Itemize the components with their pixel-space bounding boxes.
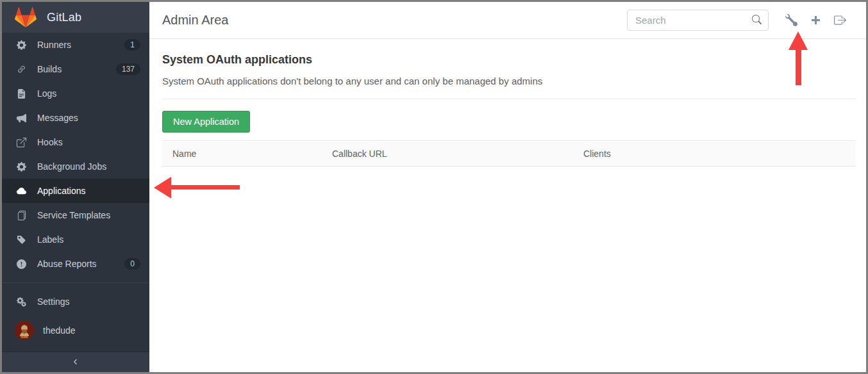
sidebar-item-runners[interactable]: Runners 1 bbox=[2, 33, 149, 57]
tag-icon bbox=[16, 234, 26, 245]
builds-count-badge: 137 bbox=[116, 63, 140, 75]
section-heading: System OAuth applications bbox=[162, 53, 855, 67]
megaphone-icon bbox=[16, 113, 26, 123]
abuse-reports-count-badge: 0 bbox=[124, 258, 140, 270]
admin-wrench-icon[interactable] bbox=[779, 8, 803, 33]
new-application-button[interactable]: New Application bbox=[162, 111, 250, 133]
content-area: System OAuth applications System OAuth a… bbox=[149, 39, 866, 167]
sidebar-item-abuse-reports[interactable]: Abuse Reports 0 bbox=[2, 252, 149, 276]
sidebar-item-label: Builds bbox=[37, 64, 116, 74]
search-box bbox=[627, 10, 769, 31]
admin-sidebar: GitLab Runners 1 Builds 137 bbox=[2, 2, 149, 372]
external-link-icon bbox=[16, 137, 26, 147]
sidebar-collapse-toggle[interactable] bbox=[2, 352, 149, 372]
column-header-callback-url: Callback URL bbox=[322, 149, 573, 159]
column-header-name: Name bbox=[162, 149, 322, 159]
sidebar-item-label: Logs bbox=[37, 88, 140, 99]
sidebar-item-applications[interactable]: Applications bbox=[2, 179, 149, 203]
sidebar-item-hooks[interactable]: Hooks bbox=[2, 130, 149, 154]
sidebar-item-messages[interactable]: Messages bbox=[2, 106, 149, 130]
gear-icon bbox=[16, 161, 26, 172]
column-header-clients: Clients bbox=[573, 149, 855, 159]
sidebar-divider bbox=[2, 282, 149, 283]
sidebar-item-background-jobs[interactable]: Background Jobs bbox=[2, 154, 149, 179]
annotation-arrow-left-shaft bbox=[169, 185, 240, 190]
sidebar-item-label: Applications bbox=[37, 186, 140, 196]
sidebar-item-label: Runners bbox=[37, 40, 124, 50]
sidebar-item-labels[interactable]: Labels bbox=[2, 227, 149, 252]
sidebar-item-label: Service Templates bbox=[37, 210, 140, 220]
avatar: dude bbox=[15, 321, 34, 340]
annotation-arrow-up-head bbox=[789, 31, 808, 50]
main-panel: Admin Area System OAuth applications Sys… bbox=[149, 2, 866, 372]
sidebar-item-label: Messages bbox=[37, 113, 140, 123]
new-plus-icon[interactable] bbox=[803, 8, 828, 33]
sidebar-item-label: Background Jobs bbox=[37, 161, 140, 172]
gear-icon bbox=[16, 40, 26, 50]
oauth-applications-table: Name Callback URL Clients bbox=[162, 140, 855, 167]
file-icon bbox=[16, 88, 26, 99]
admin-nav: Runners 1 Builds 137 Logs Me bbox=[2, 33, 149, 347]
top-header: Admin Area bbox=[149, 2, 866, 39]
svg-text:dude: dude bbox=[21, 335, 28, 339]
link-icon bbox=[16, 64, 26, 74]
alert-circle-icon bbox=[16, 259, 26, 269]
sidebar-item-logs[interactable]: Logs bbox=[2, 81, 149, 106]
section-divider bbox=[162, 99, 855, 99]
gears-icon bbox=[16, 297, 26, 307]
sidebar-item-service-templates[interactable]: Service Templates bbox=[2, 203, 149, 227]
gitlab-admin-window: GitLab Runners 1 Builds 137 bbox=[2, 2, 866, 372]
annotation-arrow-up-shaft bbox=[796, 49, 801, 85]
section-description: System OAuth applications don't belong t… bbox=[162, 76, 855, 86]
gitlab-logo-link[interactable]: GitLab bbox=[2, 2, 149, 33]
sidebar-item-builds[interactable]: Builds 137 bbox=[2, 57, 149, 81]
chevron-left-icon bbox=[72, 357, 79, 368]
runners-count-badge: 1 bbox=[124, 39, 140, 51]
page-title: Admin Area bbox=[162, 13, 228, 28]
sidebar-item-settings[interactable]: Settings bbox=[2, 289, 149, 314]
sidebar-item-label: Labels bbox=[37, 234, 140, 245]
sidebar-item-label: Abuse Reports bbox=[37, 259, 124, 269]
username-label: thedude bbox=[43, 325, 76, 336]
gitlab-tanuki-icon bbox=[15, 7, 37, 28]
gitlab-logo-text: GitLab bbox=[47, 11, 81, 24]
sign-out-icon[interactable] bbox=[828, 8, 852, 33]
annotation-arrow-left-head bbox=[154, 177, 171, 199]
sidebar-item-profile[interactable]: dude thedude bbox=[2, 314, 149, 347]
table-header-row: Name Callback URL Clients bbox=[162, 141, 855, 167]
sidebar-item-label: Hooks bbox=[37, 137, 140, 147]
sidebar-item-label: Settings bbox=[37, 297, 140, 307]
search-input[interactable] bbox=[627, 10, 769, 31]
copy-icon bbox=[16, 210, 26, 220]
cloud-icon bbox=[16, 186, 26, 196]
